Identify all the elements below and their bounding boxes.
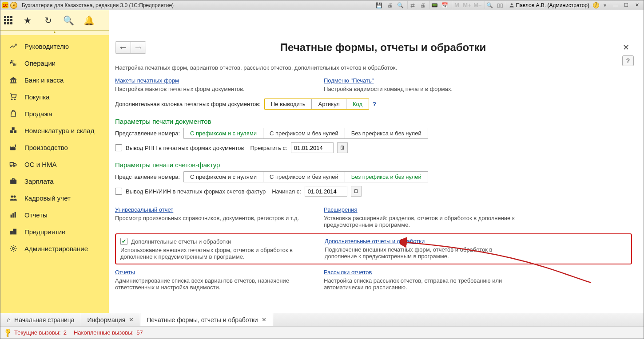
building-icon [8,228,18,236]
link-extensions[interactable]: Расширения [324,206,358,213]
calendar-picker-1[interactable]: 🗓 [337,142,348,153]
num-repr-label-2: Представление номера: [115,173,180,180]
sidebar-item-label: Банк и касса [24,76,64,84]
tab-info-close[interactable]: ✕ [129,316,134,323]
svg-rect-6 [10,180,16,184]
preview-icon[interactable]: 🔍 [396,1,405,9]
app-logo-icon: 1C [2,2,8,8]
svg-rect-9 [11,215,12,217]
opt-article[interactable]: Артикул [311,99,346,109]
apps-icon[interactable] [4,16,12,24]
favorites-icon[interactable]: ★ [22,15,33,26]
link-universal-report[interactable]: Универсальный отчет [115,206,173,213]
sidebar-item-salary[interactable]: Зарплата [0,173,109,189]
sidebar-item-reports[interactable]: Отчеты [0,206,109,223]
num-repr-switch-1[interactable]: С префиксом и с нулями С префиксом и без… [183,128,428,139]
sidebar-item-admin[interactable]: Администрирование [0,240,109,257]
link-mailings[interactable]: Рассылки отчетов [324,269,372,276]
info-icon[interactable]: i [593,2,599,8]
window-title: Бухгалтерия для Казахстана, редакция 3.0… [22,2,174,8]
help-hint-icon[interactable]: ? [373,101,376,107]
print-icon[interactable]: 🖨 [385,1,395,9]
num-repr-switch-2[interactable]: С префиксом и с нулями С префиксом и без… [183,171,428,182]
calendar-icon[interactable]: 📅 [440,1,450,9]
link-print-templates[interactable]: Макеты печатных форм [115,77,179,84]
save-icon[interactable]: 💾 [374,1,384,9]
start-from-date[interactable] [305,186,347,197]
checkbox-ext-reports-label: Дополнительные отчеты и обработки [131,238,231,245]
stop-from-date[interactable] [291,142,334,153]
opt1-noprefix-nozeros[interactable]: Без префикса и без нулей [345,128,428,138]
sidebar-item-label: Операции [24,59,56,67]
memory-m[interactable]: M [452,1,461,9]
tab-printforms-close[interactable]: ✕ [262,316,266,323]
sidebar-item-enterprise[interactable]: Предприятие [0,223,109,240]
memory-mplus[interactable]: M+ [462,1,472,9]
sidebar-item-goods[interactable]: Номенклатура и склад [0,122,109,139]
checkbox-rnn[interactable] [115,144,122,151]
chart-line-icon [8,42,18,50]
start-from-label: Начиная с: [272,188,301,195]
sidebar-item-sale[interactable]: Продажа [0,105,109,122]
svg-rect-2 [10,130,12,133]
opt2-prefix-nozeros[interactable]: С префиксом и без нулей [263,172,345,182]
search-icon[interactable]: 🔍 [63,15,74,26]
sidebar-item-operations[interactable]: ДтКтОперации [0,55,109,71]
opt-no-output[interactable]: Не выводить [265,99,312,109]
link-ext-reports[interactable]: Дополнительные отчеты и обработки [325,238,425,244]
sidebar-item-production[interactable]: Производство [0,139,109,156]
print2-icon[interactable]: 🖨 [418,1,428,9]
close-button[interactable]: ✕ [632,1,642,9]
notifications-icon[interactable]: 🔔 [83,15,94,26]
tab-home[interactable]: ⌂ Начальная страница [0,313,81,326]
panels-icon[interactable]: ▯▯ [495,1,505,9]
status-bar: 🔑 Текущие вызовы: 2 Накопленные вызовы: … [0,326,644,339]
user-box[interactable]: Павлов А.В. (Администратор) [506,2,592,8]
home-icon: ⌂ [7,316,11,323]
tab-info[interactable]: Информация ✕ [81,313,141,326]
history-icon[interactable]: ↻ [43,15,53,26]
opt2-noprefix-nozeros[interactable]: Без префикса и без нулей [345,172,428,182]
help-button[interactable]: ? [622,55,634,66]
opt1-prefix-nozeros[interactable]: С префиксом и без нулей [263,128,345,138]
memory-mminus[interactable]: M− [473,1,483,9]
svg-rect-5 [15,145,16,147]
sidebar-item-assets[interactable]: ОС и НМА [0,156,109,173]
svg-rect-4 [12,127,14,130]
sidebar-item-label: Производство [24,144,68,151]
minimize-button[interactable]: — [611,1,620,9]
tabs-bar: ⌂ Начальная страница Информация ✕ Печатн… [0,313,644,326]
dropdown-small-icon[interactable]: ▾ [600,1,610,9]
calendar-picker-2[interactable]: 🗓 [351,186,362,197]
checkbox-ext-reports[interactable]: ✔ [120,238,127,245]
link-print-submenu[interactable]: Подменю "Печать" [324,77,374,84]
tab-printforms[interactable]: Печатные формы, отчеты и обработки ✕ [140,313,273,326]
bank-icon [8,76,18,84]
sidebar-item-purchase[interactable]: Покупка [0,88,109,105]
collapse-handle[interactable]: ▲ [0,31,109,35]
extra-column-switch[interactable]: Не выводить Артикул Код [264,99,369,110]
key-icon: 🔑 [3,327,13,338]
opt1-prefix-zeros[interactable]: С префиксом и с нулями [184,128,263,138]
sidebar-item-label: Кадровый учет [24,194,71,202]
page-close-button[interactable]: ✕ [620,43,632,52]
sidebar-item-manager[interactable]: Руководителю [0,38,109,55]
nav-forward-button[interactable]: 🡒 [131,42,146,53]
checkbox-bin[interactable] [115,188,122,195]
menu-dropdown-icon[interactable]: ▾ [10,2,17,9]
maximize-button[interactable]: ☐ [621,1,631,9]
opt2-prefix-zeros[interactable]: С префиксом и с нулями [184,172,263,182]
desc-extensions: Установка расширений: разделов, отчетов … [324,215,515,228]
calculator-icon[interactable]: 📟 [429,1,439,9]
compare-icon[interactable]: ⇄ [407,1,417,9]
nav-back-button[interactable]: 🡐 [115,42,131,53]
people-icon [8,194,18,202]
zoom-icon[interactable]: 🔍 [485,1,494,9]
sidebar-item-label: Номенклатура и склад [24,127,94,134]
link-reports[interactable]: Отчеты [115,269,135,276]
sidebar-item-hr[interactable]: Кадровый учет [0,189,109,206]
status-acc-value: 57 [136,329,143,336]
tab-home-label: Начальная страница [14,316,74,323]
sidebar-item-bank[interactable]: Банк и касса [0,71,109,88]
opt-code[interactable]: Код [346,99,369,109]
